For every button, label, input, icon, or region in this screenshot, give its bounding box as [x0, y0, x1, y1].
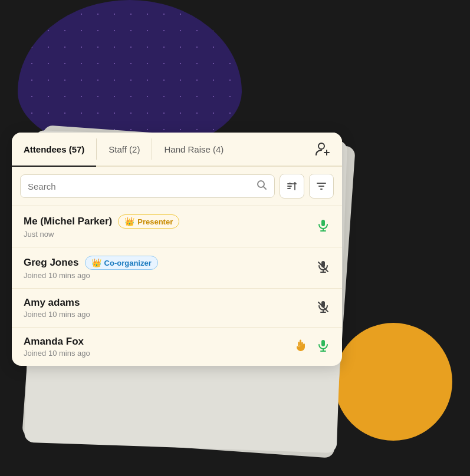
svg-line-4 — [264, 187, 267, 190]
sort-az-icon: A Z — [285, 180, 298, 193]
gold-circle — [334, 323, 452, 441]
attendees-panel: Attendees (57) Staff (2) Hand Raise (4) — [12, 133, 342, 366]
crown-icon: 👑 — [91, 258, 101, 267]
svg-text:A: A — [289, 181, 291, 185]
svg-point-0 — [318, 143, 324, 149]
search-input-wrap[interactable] — [20, 174, 275, 198]
mic-on-icon — [316, 219, 330, 235]
attendee-info: Amanda Fox Joined 10 mins ago — [24, 336, 288, 358]
sort-button[interactable]: A Z — [280, 174, 304, 199]
search-row: A Z — [12, 167, 342, 206]
filter-button[interactable] — [309, 174, 334, 199]
attendee-time: Just now — [24, 230, 310, 239]
tab-attendees[interactable]: Attendees (57) — [12, 133, 96, 166]
attendee-info: Me (Michel Parker) 👑 Presenter Just now — [24, 214, 310, 239]
coorganizer-badge: 👑 Co-organizer — [85, 256, 158, 270]
attendee-time: Joined 10 mins ago — [24, 349, 288, 358]
attendee-info: Greg Jones 👑 Co-organizer Joined 10 mins… — [24, 256, 310, 280]
attendee-name: Greg Jones 👑 Co-organizer — [24, 256, 310, 270]
hand-raise-icon — [294, 339, 308, 355]
svg-text:Z: Z — [289, 186, 291, 190]
attendee-name: Amanda Fox — [24, 336, 288, 348]
search-input[interactable] — [28, 181, 252, 191]
svg-rect-21 — [321, 340, 325, 346]
attendee-item[interactable]: Amanda Fox Joined 10 mins ago — [12, 328, 342, 366]
tab-bar: Attendees (57) Staff (2) Hand Raise (4) — [12, 133, 342, 167]
mic-on-icon — [316, 339, 330, 355]
tab-staff[interactable]: Staff (2) — [97, 133, 152, 166]
filter-icon — [315, 180, 327, 192]
mic-off-icon — [316, 300, 330, 316]
presenter-badge: 👑 Presenter — [118, 214, 179, 229]
attendee-time: Joined 10 mins ago — [24, 310, 310, 319]
add-person-button[interactable] — [304, 133, 342, 166]
tab-hand-raise[interactable]: Hand Raise (4) — [152, 133, 235, 166]
attendee-name: Me (Michel Parker) 👑 Presenter — [24, 214, 310, 229]
attendee-time: Joined 10 mins ago — [24, 271, 310, 280]
attendee-list: Me (Michel Parker) 👑 Presenter Just now — [12, 206, 342, 366]
search-icon — [257, 180, 267, 193]
attendee-item[interactable]: Me (Michel Parker) 👑 Presenter Just now — [12, 206, 342, 247]
attendee-item[interactable]: Greg Jones 👑 Co-organizer Joined 10 mins… — [12, 247, 342, 289]
svg-rect-10 — [321, 220, 325, 226]
attendee-name: Amy adams — [24, 297, 310, 309]
crown-icon: 👑 — [124, 217, 134, 226]
attendee-item[interactable]: Amy adams Joined 10 mins ago — [12, 289, 342, 328]
attendee-info: Amy adams Joined 10 mins ago — [24, 297, 310, 319]
mic-off-icon — [316, 260, 330, 276]
add-person-icon — [315, 141, 331, 157]
